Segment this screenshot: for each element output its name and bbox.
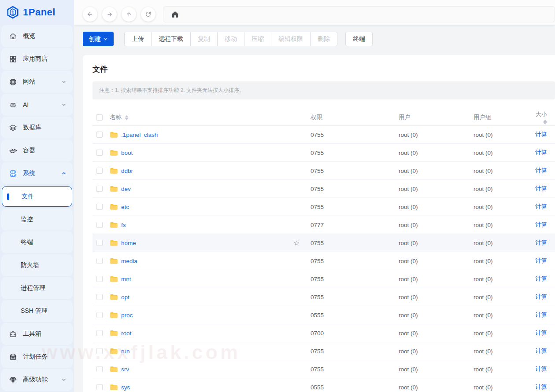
toolbar-button-edit-permission[interactable]: 编辑权限: [271, 32, 311, 46]
row-checkbox[interactable]: [96, 222, 103, 228]
sidebar-subitem-ssh[interactable]: SSH 管理: [1, 300, 73, 322]
folder-name-link[interactable]: boot: [121, 150, 133, 156]
size-cell: 计算: [535, 149, 555, 157]
row-checkbox[interactable]: [96, 330, 103, 336]
size-cell: 计算: [535, 185, 555, 193]
row-checkbox[interactable]: [96, 258, 103, 264]
toolbar-button-upload[interactable]: 上传: [124, 32, 152, 46]
toolbar-button-compress[interactable]: 压缩: [244, 32, 271, 46]
group-cell: root (0): [474, 312, 535, 319]
calculate-size-link[interactable]: 计算: [535, 330, 547, 336]
row-checkbox[interactable]: [96, 240, 103, 246]
sidebar-item-system[interactable]: 系统: [1, 162, 73, 184]
calculate-size-link[interactable]: 计算: [535, 203, 547, 210]
sidebar-subitem-label: 终端: [21, 238, 33, 246]
folder-name-link[interactable]: .1panel_clash: [121, 132, 158, 138]
size-cell: 计算: [535, 383, 555, 391]
calculate-size-link[interactable]: 计算: [535, 257, 547, 264]
calculate-size-link[interactable]: 计算: [535, 366, 547, 372]
calculate-size-link[interactable]: 计算: [535, 167, 547, 174]
sidebar-item-advanced[interactable]: 高级功能: [1, 369, 73, 391]
calculate-size-link[interactable]: 计算: [535, 239, 547, 246]
row-checkbox[interactable]: [96, 384, 103, 390]
toolbar-button-copy[interactable]: 复制: [190, 32, 218, 46]
app-logo[interactable]: 1 1Panel: [0, 0, 74, 25]
sidebar-item-toolbox[interactable]: 工具箱: [1, 323, 73, 345]
folder-name-link[interactable]: proc: [121, 312, 133, 319]
folder-name-link[interactable]: ddbr: [121, 168, 133, 174]
folder-name-link[interactable]: mnt: [121, 276, 131, 282]
sidebar-subitem-files[interactable]: 文件: [2, 186, 72, 207]
sort-icon[interactable]: [543, 120, 547, 125]
group-cell: root (0): [474, 204, 535, 210]
row-checkbox[interactable]: [96, 312, 103, 318]
calculate-size-link[interactable]: 计算: [535, 185, 547, 192]
calculate-size-link[interactable]: 计算: [535, 348, 547, 354]
folder-name-link[interactable]: fs: [121, 222, 126, 228]
folder-name-link[interactable]: dev: [121, 186, 131, 192]
user-cell: root (0): [399, 366, 474, 373]
sidebar-item-website[interactable]: 网站: [1, 71, 73, 93]
permission-cell: 0555: [311, 384, 399, 391]
group-cell: root (0): [474, 366, 535, 373]
back-nav-button[interactable]: [83, 7, 97, 22]
size-cell: 计算: [535, 221, 555, 229]
star-icon[interactable]: [293, 240, 300, 246]
folder-name-link[interactable]: root: [121, 330, 131, 337]
sidebar-item-ai[interactable]: AI: [1, 94, 73, 116]
calculate-size-link[interactable]: 计算: [535, 293, 547, 300]
permission-cell: 0755: [311, 168, 399, 174]
sidebar-subitem-firewall[interactable]: 防火墙: [1, 254, 73, 276]
folder-name-link[interactable]: srv: [121, 366, 129, 373]
calculate-size-link[interactable]: 计算: [535, 275, 547, 282]
sidebar-item-overview[interactable]: 概览: [1, 25, 73, 47]
calculate-size-link[interactable]: 计算: [535, 384, 547, 390]
folder-name-link[interactable]: sys: [121, 384, 130, 391]
folder-name-link[interactable]: home: [121, 240, 136, 246]
sidebar-subitem-terminal[interactable]: 终端: [1, 231, 73, 253]
sidebar-item-cron[interactable]: 计划任务: [1, 346, 73, 368]
calculate-size-link[interactable]: 计算: [535, 131, 547, 138]
select-all-checkbox[interactable]: [96, 114, 103, 121]
home-path-icon[interactable]: [171, 10, 179, 18]
calculate-size-link[interactable]: 计算: [535, 149, 547, 156]
toolbar-button-delete[interactable]: 删除: [310, 32, 337, 46]
forward-nav-button[interactable]: [102, 7, 117, 22]
row-checkbox[interactable]: [96, 204, 103, 210]
folder-name-link[interactable]: media: [121, 258, 137, 264]
folder-name-link[interactable]: etc: [121, 204, 129, 210]
row-checkbox[interactable]: [96, 186, 103, 192]
row-checkbox[interactable]: [96, 276, 103, 282]
path-breadcrumb-bar[interactable]: [163, 6, 555, 22]
create-button[interactable]: 创建: [83, 32, 114, 46]
sidebar-subitem-process[interactable]: 进程管理: [1, 277, 73, 299]
up-nav-button[interactable]: [122, 7, 136, 22]
sidebar-item-app-store[interactable]: 应用商店: [1, 48, 73, 70]
row-checkbox[interactable]: [96, 294, 103, 300]
toolbar-button-remote-download[interactable]: 远程下载: [151, 32, 191, 46]
calculate-size-link[interactable]: 计算: [535, 221, 547, 228]
globe-icon: [9, 78, 17, 86]
column-header-name[interactable]: 名称: [110, 114, 311, 121]
calculate-size-link[interactable]: 计算: [535, 311, 547, 318]
row-checkbox[interactable]: [96, 168, 103, 174]
group-cell: root (0): [474, 294, 535, 300]
user-cell: root (0): [399, 348, 474, 355]
row-checkbox[interactable]: [96, 366, 103, 372]
column-header-size[interactable]: 大小: [535, 110, 555, 125]
refresh-nav-button[interactable]: [141, 7, 155, 22]
terminal-button[interactable]: 终端: [345, 32, 373, 46]
row-checkbox[interactable]: [96, 132, 103, 138]
sort-icon[interactable]: [125, 115, 129, 120]
chevron-down-icon: [103, 37, 108, 41]
folder-icon: [110, 239, 118, 246]
sidebar-item-database[interactable]: 数据库: [1, 117, 73, 139]
row-checkbox[interactable]: [96, 150, 103, 156]
toolbar-button-move[interactable]: 移动: [217, 32, 244, 46]
folder-name-link[interactable]: opt: [121, 294, 130, 300]
folder-name-link[interactable]: run: [121, 348, 130, 355]
sidebar-subitem-monitor[interactable]: 监控: [1, 209, 73, 231]
table-row: media0755root (0)root (0)计算: [92, 252, 555, 270]
sidebar-item-container[interactable]: 容器: [1, 139, 73, 161]
row-checkbox[interactable]: [96, 348, 103, 354]
